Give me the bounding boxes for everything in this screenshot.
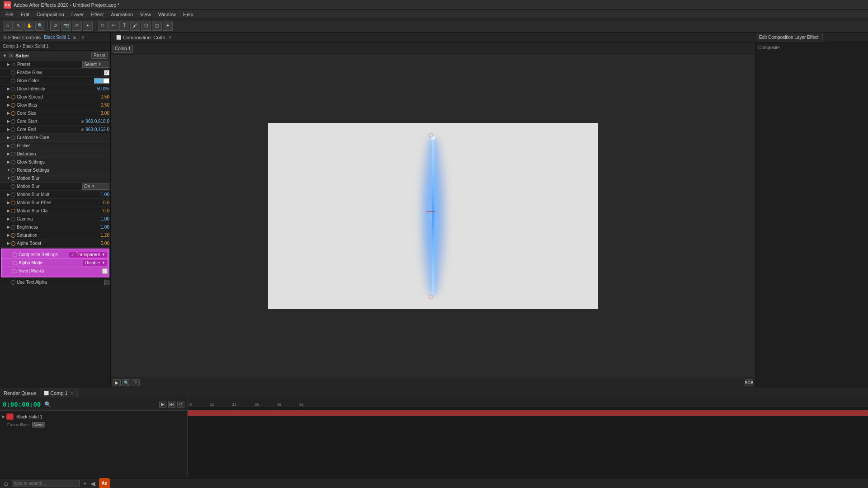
mb-mult-arrow[interactable]: ▶ bbox=[6, 192, 11, 197]
customize-core-arrow[interactable]: ▶ bbox=[6, 136, 11, 140]
brightness-value[interactable]: 1.00 bbox=[101, 225, 109, 230]
comp-tab-btn[interactable]: Comp 1 bbox=[113, 45, 133, 53]
menu-animation[interactable]: Animation bbox=[107, 11, 137, 18]
selection-tool[interactable]: ↖ bbox=[14, 21, 24, 31]
menu-edit[interactable]: Edit bbox=[17, 11, 33, 18]
comp-timeline-tab[interactable]: ⬜ Comp 1 ≡ bbox=[40, 388, 77, 398]
menu-view[interactable]: View bbox=[137, 11, 155, 18]
menu-window[interactable]: Window bbox=[155, 11, 179, 18]
comp-timeline-menu[interactable]: ≡ bbox=[71, 390, 74, 395]
zoom-btn[interactable]: 🔍 bbox=[122, 379, 130, 386]
brightness-arrow[interactable]: ▶ bbox=[6, 225, 11, 230]
saturation-value[interactable]: 1.20 bbox=[101, 233, 109, 238]
breadcrumb-layer[interactable]: Black Solid 1 bbox=[23, 44, 49, 49]
search-icon[interactable]: 🔍 bbox=[44, 401, 51, 408]
glow-intensity-arrow[interactable]: ▶ bbox=[6, 87, 11, 91]
reset-button[interactable]: Reset bbox=[91, 52, 108, 59]
panel-menu-icon[interactable]: ≡ bbox=[73, 35, 76, 40]
brush-tool[interactable]: 🖌 bbox=[130, 21, 140, 31]
mb-clamp-value[interactable]: 0.0 bbox=[103, 208, 109, 213]
loop-btn[interactable]: ↺ bbox=[177, 401, 184, 408]
search-input[interactable] bbox=[12, 480, 80, 487]
pen-tool[interactable]: ✏ bbox=[108, 21, 118, 31]
breadcrumb-comp[interactable]: Comp 1 bbox=[3, 44, 19, 49]
track-expand-icon[interactable]: ▶ bbox=[2, 414, 5, 419]
glow-bias-value[interactable]: 0.50 bbox=[101, 103, 109, 108]
motion-blur-arrow[interactable]: ▼ bbox=[6, 176, 11, 181]
distortion-section[interactable]: ▶ Distortion bbox=[0, 150, 110, 158]
effect-controls-tab[interactable]: fx Effect Controls Black Solid 1 ≡ bbox=[0, 33, 80, 42]
puppet-tool[interactable]: ✦ bbox=[163, 21, 173, 31]
add-status-icon[interactable]: + bbox=[83, 480, 87, 487]
track-tool[interactable]: + bbox=[83, 21, 93, 31]
motion-blur-section[interactable]: ▼ Motion Blur bbox=[0, 174, 110, 183]
comp-panel-tab[interactable]: ⬜ Composition: Color ≡ bbox=[113, 34, 175, 41]
cs-transparent-option[interactable]: ✓ Transparent ▼ bbox=[69, 251, 108, 258]
menu-composition[interactable]: Composition bbox=[33, 11, 68, 18]
menu-layer[interactable]: Layer bbox=[68, 11, 88, 18]
glow-intensity-value[interactable]: 50.0% bbox=[97, 86, 109, 91]
rectangle-tool[interactable]: □ bbox=[98, 21, 108, 31]
channel-btn[interactable]: RGB bbox=[745, 379, 753, 386]
track-bar[interactable] bbox=[188, 410, 868, 416]
alpha-boost-value[interactable]: 0.00 bbox=[101, 241, 109, 246]
glow-bias-arrow[interactable]: ▶ bbox=[6, 103, 11, 108]
text-tool[interactable]: T bbox=[119, 21, 129, 31]
step-btn[interactable]: ⏭ bbox=[168, 401, 175, 408]
render-queue-tab[interactable]: Render Queue bbox=[0, 388, 40, 398]
grid-btn[interactable]: # bbox=[132, 379, 140, 386]
core-end-arrow[interactable]: ▶ bbox=[6, 127, 11, 132]
saber-effect-header[interactable]: ▼ fx Saber Reset bbox=[0, 51, 110, 61]
glow-spread-arrow[interactable]: ▶ bbox=[6, 95, 11, 99]
customize-core-section[interactable]: ▶ Customize Core bbox=[0, 134, 110, 142]
menu-help[interactable]: Help bbox=[179, 11, 197, 18]
hand-tool[interactable]: ✋ bbox=[24, 21, 34, 31]
alpha-boost-arrow[interactable]: ▶ bbox=[6, 241, 11, 246]
nav-back-icon[interactable]: ◀ bbox=[90, 480, 95, 487]
distortion-arrow[interactable]: ▶ bbox=[6, 152, 11, 156]
core-start-value[interactable]: 960.0,918.0 bbox=[85, 119, 109, 124]
zoom-tool[interactable]: 🔍 bbox=[35, 21, 45, 31]
play-btn[interactable]: ▶ bbox=[159, 401, 166, 408]
glow-settings-arrow[interactable]: ▶ bbox=[6, 160, 11, 164]
orbit-tool[interactable]: ⊙ bbox=[72, 21, 82, 31]
eraser-tool[interactable]: ◻ bbox=[152, 21, 162, 31]
mb-phase-value[interactable]: 0.0 bbox=[103, 200, 109, 205]
mb-phase-arrow[interactable]: ▶ bbox=[6, 201, 11, 205]
track-label-box[interactable]: None bbox=[32, 422, 46, 427]
saber-expand-arrow[interactable]: ▼ bbox=[3, 53, 7, 58]
preset-dropdown[interactable]: Select ▼ bbox=[82, 61, 109, 68]
comp-tab-menu[interactable]: ≡ bbox=[169, 35, 172, 40]
glow-spread-value[interactable]: 0.50 bbox=[101, 94, 109, 99]
glow-settings-section[interactable]: ▶ Glow Settings bbox=[0, 158, 110, 166]
core-end-value[interactable]: 960.0,162.0 bbox=[85, 127, 109, 132]
invert-masks-checkbox[interactable] bbox=[102, 268, 108, 274]
ae-taskbar-icon[interactable]: Ae bbox=[99, 478, 110, 488]
home-status-icon[interactable]: ⌂ bbox=[4, 479, 8, 488]
use-text-alpha-checkbox[interactable] bbox=[104, 280, 109, 285]
enable-glow-checkbox[interactable] bbox=[104, 70, 109, 75]
glow-color-swatch-white[interactable] bbox=[103, 78, 109, 84]
home-btn[interactable]: ⌂ bbox=[3, 21, 13, 31]
alpha-mode-dropdown[interactable]: Disable ▼ bbox=[83, 259, 108, 266]
motion-blur-select[interactable]: On ▼ bbox=[82, 183, 109, 190]
preview-btn[interactable]: ▶ bbox=[113, 379, 121, 386]
glow-color-swatch[interactable] bbox=[94, 78, 103, 84]
core-size-arrow[interactable]: ▶ bbox=[6, 111, 11, 116]
far-right-tab[interactable]: Edit Composition Layer Effect bbox=[755, 33, 823, 42]
mb-clamp-arrow[interactable]: ▶ bbox=[6, 209, 11, 213]
render-settings-section[interactable]: ▼ Render Settings bbox=[0, 166, 110, 174]
rotate-tool[interactable]: ↺ bbox=[50, 21, 60, 31]
mb-mult-value[interactable]: 1.00 bbox=[101, 192, 109, 197]
gamma-value[interactable]: 1.00 bbox=[101, 216, 109, 221]
flicker-arrow[interactable]: ▶ bbox=[6, 144, 11, 148]
saturation-arrow[interactable]: ▶ bbox=[6, 233, 11, 238]
panel-expand-icon[interactable]: » bbox=[82, 35, 85, 40]
time-display[interactable]: 0:00:00:00 bbox=[3, 401, 41, 408]
preset-arrow[interactable]: ▶ bbox=[6, 62, 11, 67]
core-start-arrow[interactable]: ▶ bbox=[6, 119, 11, 124]
unified-camera-tool[interactable]: 📷 bbox=[61, 21, 71, 31]
comp-viewer[interactable] bbox=[111, 55, 755, 377]
core-size-value[interactable]: 3.00 bbox=[101, 111, 109, 116]
render-settings-arrow[interactable]: ▼ bbox=[6, 168, 11, 173]
